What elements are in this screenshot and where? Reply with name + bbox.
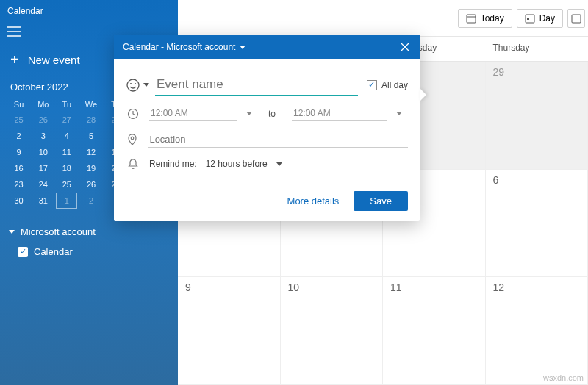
mini-day[interactable]: 2 [77, 192, 105, 209]
svg-rect-3 [572, 15, 581, 23]
save-button[interactable]: Save [354, 191, 408, 211]
svg-point-4 [127, 79, 139, 91]
mini-day[interactable]: 12 [77, 144, 105, 160]
svg-point-5 [130, 83, 132, 84]
quick-event-popup: Calendar - Microsoft account ✓ All day [114, 35, 420, 221]
clock-icon [126, 108, 140, 120]
close-button[interactable] [396, 40, 414, 54]
account-label: Microsoft account [21, 226, 96, 237]
checkbox-checked-icon: ✓ [367, 80, 377, 90]
chevron-down-icon [9, 230, 15, 234]
mini-day[interactable]: 1 [56, 192, 77, 209]
emoji-picker-button[interactable] [126, 78, 149, 93]
close-icon [401, 43, 409, 51]
bell-icon [126, 158, 140, 170]
mini-day[interactable]: 16 [7, 160, 30, 176]
more-view-button[interactable] [567, 9, 585, 28]
chevron-down-icon [143, 83, 149, 87]
mini-day[interactable]: 11 [56, 144, 77, 160]
mini-day[interactable]: 4 [56, 128, 77, 144]
mini-day[interactable]: 17 [30, 160, 56, 176]
svg-rect-0 [467, 15, 476, 23]
mini-day[interactable]: 19 [77, 160, 105, 176]
mini-day[interactable]: 31 [30, 192, 56, 209]
mini-day[interactable]: 26 [30, 112, 56, 128]
event-name-input[interactable] [155, 74, 358, 96]
start-time-input[interactable] [149, 106, 237, 121]
svg-rect-2 [527, 18, 529, 20]
mini-day[interactable]: 25 [56, 176, 77, 192]
mini-day[interactable]: 23 [7, 176, 30, 192]
location-icon [126, 134, 139, 145]
calendar-today-icon [466, 13, 476, 24]
calendar-checkbox-label: Calendar [34, 246, 73, 257]
smiley-icon [126, 78, 140, 93]
app-title: Calendar [0, 0, 178, 22]
chevron-down-icon[interactable] [240, 46, 245, 49]
mini-day[interactable]: 27 [56, 112, 77, 128]
mini-day[interactable]: 26 [77, 176, 105, 192]
svg-point-6 [135, 83, 136, 84]
mini-day[interactable]: 2 [7, 128, 30, 144]
mini-day[interactable]: 28 [77, 112, 105, 128]
popup-pointer [420, 88, 426, 101]
day-cell[interactable]: 6 [486, 170, 589, 278]
checkbox-checked-icon: ✓ [18, 247, 28, 257]
end-time-input[interactable] [292, 106, 387, 121]
day-cell[interactable]: 29 [486, 62, 589, 170]
calendar-checkbox-row[interactable]: ✓ Calendar [0, 242, 178, 262]
day-view-button[interactable]: Day [517, 9, 563, 28]
account-toggle[interactable]: Microsoft account [0, 222, 178, 242]
mini-day[interactable]: 30 [7, 192, 30, 209]
more-details-button[interactable]: More details [283, 191, 344, 211]
remind-label: Remind me: [149, 159, 197, 169]
to-label: to [261, 109, 283, 119]
plus-icon: + [10, 51, 19, 68]
popup-title: Calendar - Microsoft account [123, 42, 235, 52]
calendar-day-icon [525, 13, 535, 24]
day-cell[interactable]: 11 [383, 277, 486, 385]
mini-day[interactable]: 10 [30, 144, 56, 160]
day-cell[interactable]: 9 [178, 277, 281, 385]
location-input[interactable] [148, 132, 408, 148]
mini-day[interactable]: 5 [77, 128, 105, 144]
day-cell[interactable]: 10 [281, 277, 384, 385]
chevron-down-icon[interactable] [246, 112, 252, 115]
remind-value[interactable]: 12 hours before [206, 159, 268, 169]
svg-point-8 [131, 137, 134, 140]
calendar-icon [571, 13, 581, 24]
mini-day[interactable]: 24 [30, 176, 56, 192]
mini-day[interactable]: 3 [30, 128, 56, 144]
chevron-down-icon[interactable] [396, 112, 402, 115]
all-day-checkbox[interactable]: ✓ All day [367, 80, 408, 90]
mini-day[interactable]: 25 [7, 112, 30, 128]
popup-header: Calendar - Microsoft account [114, 35, 420, 59]
new-event-label: New event [28, 54, 80, 66]
chevron-down-icon[interactable] [276, 162, 282, 166]
day-cell[interactable]: 12 [486, 277, 589, 385]
mini-day[interactable]: 18 [56, 160, 77, 176]
watermark: wsxdn.com [543, 373, 584, 382]
day-header: Thursday [486, 37, 589, 62]
today-button[interactable]: Today [458, 9, 512, 28]
svg-rect-1 [526, 15, 534, 23]
mini-day[interactable]: 9 [7, 144, 30, 160]
toolbar: Today Day [178, 0, 588, 37]
